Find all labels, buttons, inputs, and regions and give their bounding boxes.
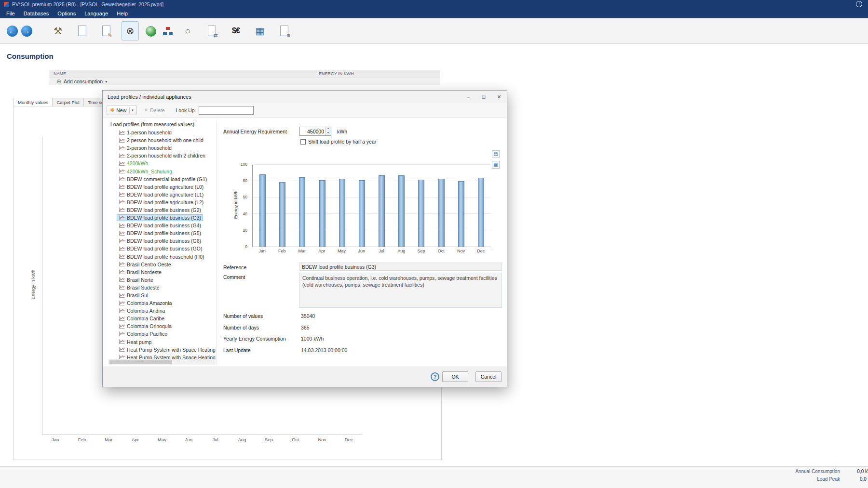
plus-icon: ⊕ [56, 79, 61, 84]
add-consumption-button[interactable]: ⊕ Add consumption ▾ [49, 77, 440, 85]
tree-item-colombia-andina[interactable]: Colombia Andina [108, 307, 216, 315]
dialog-toolbar: ✱ New ▾ ✕ Delete Look Up [103, 103, 507, 118]
y-tick-label: 0 [245, 244, 247, 249]
stat-value: 14.03.2013 00:00:00 [301, 347, 347, 353]
menu-file[interactable]: File [2, 9, 19, 18]
tree-item-label: BDEW load profile business (G3) [127, 215, 201, 221]
tree-item-1-person-household[interactable]: 1-person household [108, 129, 216, 136]
load-profile-chart-icon [119, 161, 125, 166]
calculation-icon[interactable]: ▦ [251, 21, 269, 40]
lookup-input[interactable] [199, 106, 254, 115]
tree-item-bdew-load-profile-business-g6[interactable]: BDEW load profile business (G6) [108, 237, 216, 245]
dialog-chart-x-ticks: JanFebMarAprMayJunJulAugSepOctNovDec [252, 249, 491, 253]
x-tick-label: May [332, 249, 352, 253]
tree-horizontal-scrollbar[interactable] [108, 359, 216, 365]
tree-item-2-person-household[interactable]: 2-person household [108, 144, 216, 152]
tree-item-label: 4200kWh_Schulung [127, 169, 172, 174]
cabling-icon[interactable]: ○ [179, 21, 196, 40]
tree-item-2-person-household-with-2-children[interactable]: 2-person household with 2 children [108, 152, 216, 159]
report-icon[interactable]: ≡ [275, 21, 293, 40]
tree-item-label: BDEW load profile business (G2) [127, 207, 201, 213]
y-tick-label: 60 [243, 195, 247, 199]
tree-item-bdew-load-profile-household-h0[interactable]: BDEW load profile household (H0) [108, 253, 216, 261]
edit-project-icon[interactable]: ✎ [97, 21, 115, 40]
tree-item-colombia-caribe[interactable]: Colombia Caribe [108, 315, 216, 322]
tree-item-heat-pump[interactable]: Heat pump [108, 338, 216, 346]
x-tick-label: Oct [431, 249, 451, 253]
bg-month-label: Dec [336, 437, 362, 442]
tree-item-4200kwh-schulung[interactable]: 4200kWh_Schulung [108, 167, 216, 175]
tree-item-label: BDEW load profile agriculture (L1) [127, 192, 203, 198]
3d-design-icon[interactable] [146, 26, 156, 36]
tree-item-bdew-commercial-load-profile-g1[interactable]: BDEW commercial load profile (G1) [108, 175, 216, 183]
load-profile-chart-icon [119, 254, 125, 259]
cabling-glyph: ○ [185, 26, 190, 36]
tree-item-bdew-load-profile-agriculture-l1[interactable]: BDEW load profile agriculture (L1) [108, 191, 216, 198]
tree-item-brasil-sul[interactable]: Brasil Sul [108, 291, 216, 299]
shift-checkbox[interactable] [300, 139, 306, 145]
bar-jul [379, 175, 385, 247]
tree-item-label: Heat Pump System with Space Heating (air… [127, 347, 216, 353]
table-view-icon[interactable]: ▦ [492, 161, 500, 169]
menu-help[interactable]: Help [112, 9, 132, 18]
lookup-label: Look Up [176, 107, 195, 113]
tree-root-node[interactable]: Load profiles (from measured values) [108, 120, 216, 129]
spinner: ▲ ▼ [325, 127, 331, 135]
maximize-button[interactable]: □ [476, 91, 491, 103]
tree-item-bdew-load-profile-agriculture-l2[interactable]: BDEW load profile agriculture (L2) [108, 198, 216, 206]
tree-item-colombia-orinoquia[interactable]: Colombia Orinoquia [108, 322, 216, 330]
help-icon[interactable]: ? [431, 372, 439, 381]
tree-item-2-person-household-with-one-child[interactable]: 2 person household with one child [108, 136, 216, 144]
dialog-chart-y-ticks: 020406080100 [234, 165, 250, 247]
tree-item-brasil-sudeste[interactable]: Brasil Sudeste [108, 284, 216, 291]
tree-item-bdew-load-profile-business-g3[interactable]: BDEW load profile business (G3) [108, 214, 216, 222]
project-options-icon[interactable]: ⚒ [49, 21, 67, 40]
tree-item-brasil-norte[interactable]: Brasil Norte [108, 276, 216, 284]
tree-item-4200kwh[interactable]: 4200kWh [108, 159, 216, 167]
shift-checkbox-row: Shift load profile by half a year [300, 139, 376, 145]
cancel-button[interactable]: Cancel [475, 371, 502, 382]
tree-item-colombia-amazonia[interactable]: Colombia Amazonia [108, 299, 216, 307]
tree-item-brasil-nordeste[interactable]: Brasil Nordeste [108, 268, 216, 276]
spinner-down-icon[interactable]: ▼ [326, 132, 331, 136]
module-layout-icon[interactable] [163, 26, 172, 35]
close-button[interactable]: ✕ [491, 91, 507, 103]
dialog-titlebar[interactable]: Load profiles / individual appliances – … [103, 91, 507, 103]
info-icon[interactable]: i [856, 1, 862, 7]
scrollbar-thumb[interactable] [109, 360, 172, 364]
tree-item-colombia-pacifico[interactable]: Colombia Pacifico [108, 330, 216, 338]
x-tick-label: Feb [272, 249, 292, 253]
tree-item-brasil-centro-oeste[interactable]: Brasil Centro Oeste [108, 261, 216, 268]
circuit-diagram-icon[interactable]: ⇄ [203, 21, 220, 40]
forward-icon[interactable]: → [20, 21, 33, 40]
menu-databases[interactable]: Databases [19, 9, 54, 18]
load-profile-chart-icon [119, 130, 125, 135]
bg-month-label: Mar [95, 437, 122, 442]
load-profile-chart-icon [119, 316, 125, 321]
tree-item-bdew-load-profile-business-g5[interactable]: BDEW load profile business (G5) [108, 229, 216, 237]
ok-button[interactable]: OK [442, 371, 468, 382]
tree-item-bdew-load-profile-business-go[interactable]: BDEW load profile business (GO) [108, 245, 216, 252]
bg-month-label: May [149, 437, 175, 442]
x-tick-label: Jul [372, 249, 392, 253]
system-check-icon[interactable]: ⊗ [122, 21, 139, 40]
minimize-button[interactable]: – [461, 91, 476, 103]
annual-consumption-value: 0,0 kWh [840, 469, 868, 474]
stat-label: Number of days [223, 325, 259, 330]
menubar: FileDatabasesOptionsLanguageHelp [0, 9, 868, 18]
new-project-icon[interactable] [73, 21, 91, 40]
delete-button[interactable]: ✕ Delete [141, 106, 168, 115]
tree-item-heat-pump-system-with-space-heating-air-v[interactable]: Heat Pump System with Space Heating (air… [108, 346, 216, 354]
chart-view-icon[interactable]: ▤ [492, 150, 500, 158]
bg-month-label: Aug [229, 437, 255, 442]
tariffs-icon[interactable]: $€ [227, 21, 244, 40]
back-icon[interactable]: ← [6, 21, 18, 40]
bg-chart-y-axis [42, 137, 42, 435]
tree-item-bdew-load-profile-agriculture-l0[interactable]: BDEW load profile agriculture (L0) [108, 183, 216, 191]
menu-options[interactable]: Options [53, 9, 80, 18]
menu-language[interactable]: Language [80, 9, 112, 18]
tree-item-bdew-load-profile-business-g2[interactable]: BDEW load profile business (G2) [108, 206, 216, 214]
tree-item-bdew-load-profile-business-g4[interactable]: BDEW load profile business (G4) [108, 222, 216, 229]
new-button[interactable]: ✱ New ▾ [107, 106, 137, 115]
annual-energy-input[interactable] [300, 127, 325, 135]
